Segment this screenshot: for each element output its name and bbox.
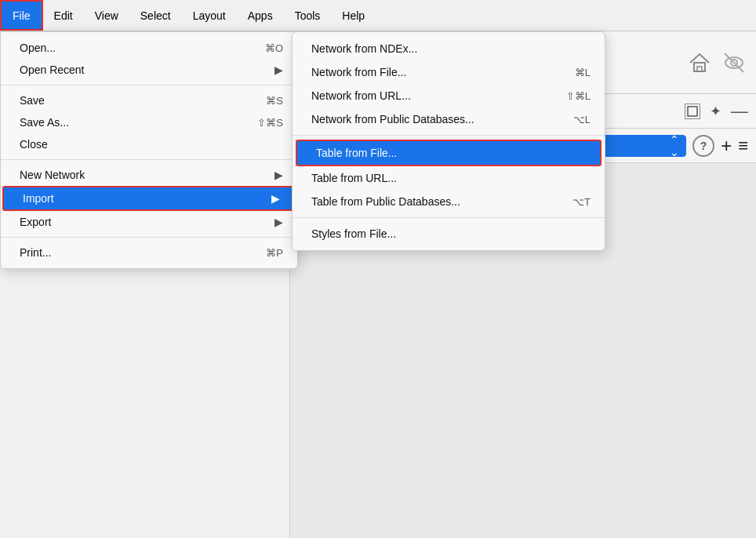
file-menu-dropdown: Open... ⌘O Open Recent ▶ Save ⌘S Save As… [0, 31, 298, 269]
menu-save-as-shortcut: ⇧⌘S [257, 117, 283, 129]
menu-print-shortcut: ⌘P [266, 247, 283, 259]
menu-tools-label: Tools [295, 9, 321, 22]
menu-open[interactable]: Open... ⌘O [1, 37, 297, 59]
menu-open-recent[interactable]: Open Recent ▶ [1, 59, 297, 81]
menu-import-arrow: ▶ [271, 192, 280, 205]
submenu-table-file[interactable]: Table from File... [296, 140, 602, 166]
submenu-network-url-label: Network from URL... [311, 89, 411, 102]
menu-close-label: Close [20, 138, 48, 151]
svg-line-16 [725, 53, 743, 72]
separator-1 [1, 85, 297, 85]
menu-layout-label: Layout [193, 9, 226, 22]
separator-2 [1, 159, 297, 160]
menu-save-shortcut: ⌘S [266, 95, 283, 107]
menu-apps-label: Apps [248, 9, 273, 22]
separator-3 [1, 237, 297, 238]
submenu-network-file-shortcut: ⌘L [575, 67, 591, 78]
menu-select[interactable]: Select [129, 0, 182, 31]
menu-edit[interactable]: Edit [43, 0, 84, 31]
menu-print[interactable]: Print... ⌘P [1, 242, 297, 264]
window-checkbox[interactable] [685, 104, 700, 119]
help-button[interactable]: ? [692, 135, 714, 157]
home-button[interactable] [685, 49, 714, 77]
submenu-network-public[interactable]: Network from Public Databases... ⌥L [293, 107, 605, 131]
menu-save-as[interactable]: Save As... ⇧⌘S [1, 111, 297, 133]
menubar: File Edit View Select Layout Apps Tools … [0, 0, 756, 31]
menu-edit-label: Edit [54, 9, 73, 22]
submenu-sep-2 [293, 217, 605, 218]
svg-rect-17 [688, 107, 697, 116]
submenu-table-public-label: Table from Public Databases... [311, 195, 460, 208]
submenu-styles-file[interactable]: Styles from File... [293, 222, 605, 245]
network-selector-arrow: ⌃⌄ [670, 133, 679, 158]
help-label: ? [700, 140, 707, 152]
menu-view[interactable]: View [84, 0, 129, 31]
submenu-network-public-label: Network from Public Databases... [311, 113, 474, 125]
menu-new-network-label: New Network [20, 169, 85, 181]
menu-close[interactable]: Close [1, 133, 297, 155]
menu-select-label: Select [140, 9, 171, 22]
menu-export-arrow: ▶ [274, 216, 283, 228]
submenu-table-public-shortcut: ⌥T [572, 196, 591, 208]
submenu-ndex-label: Network from NDEx... [311, 42, 417, 55]
submenu-table-file-label: Table from File... [316, 147, 397, 159]
menu-open-shortcut: ⌘O [265, 42, 283, 54]
menu-import[interactable]: Import ▶ [2, 186, 296, 211]
menu-tools[interactable]: Tools [284, 0, 332, 31]
menu-view-label: View [95, 9, 118, 22]
menu-print-label: Print... [20, 246, 51, 259]
menu-save-label: Save [20, 94, 45, 107]
submenu-network-url-shortcut: ⇧⌘L [566, 90, 591, 102]
menu-file[interactable]: File [0, 0, 43, 31]
menu-open-recent-label: Open Recent [20, 64, 85, 76]
menu-file-label: File [13, 9, 31, 22]
menu-open-label: Open... [20, 42, 56, 54]
menu-help-label: Help [342, 9, 365, 22]
submenu-table-url-label: Table from URL... [311, 172, 397, 184]
submenu-sep-1 [293, 135, 605, 136]
submenu-network-file-label: Network from File... [311, 66, 406, 78]
submenu-network-public-shortcut: ⌥L [573, 114, 591, 125]
submenu-network-file[interactable]: Network from File... ⌘L [293, 60, 605, 84]
submenu-table-url[interactable]: Table from URL... [293, 166, 605, 190]
import-submenu: Network from NDEx... Network from File..… [292, 31, 605, 251]
submenu-network-url[interactable]: Network from URL... ⇧⌘L [293, 84, 605, 107]
menu-save[interactable]: Save ⌘S [1, 89, 297, 111]
menu-help[interactable]: Help [331, 0, 376, 31]
menu-new-network[interactable]: New Network ▶ [1, 164, 297, 186]
add-network-button[interactable]: + [721, 135, 732, 157]
hamburger-menu-button[interactable]: ≡ [738, 136, 748, 156]
minimize-button[interactable]: — [731, 101, 748, 122]
menu-import-label: Import [23, 192, 54, 205]
pin-button[interactable]: ✦ [710, 103, 721, 120]
submenu-table-public[interactable]: Table from Public Databases... ⌥T [293, 190, 605, 213]
menu-open-recent-arrow: ▶ [274, 64, 283, 76]
menu-label: ≡ [738, 136, 748, 155]
menu-apps[interactable]: Apps [237, 0, 284, 31]
menu-export-label: Export [20, 216, 51, 228]
menu-layout[interactable]: Layout [182, 0, 237, 31]
menu-export[interactable]: Export ▶ [1, 211, 297, 233]
menu-new-network-arrow: ▶ [274, 169, 283, 181]
plus-label: + [721, 135, 732, 156]
eye-button[interactable] [720, 49, 748, 77]
submenu-network-ndex[interactable]: Network from NDEx... [293, 37, 605, 60]
menu-save-as-label: Save As... [20, 116, 69, 129]
submenu-styles-file-label: Styles from File... [311, 227, 396, 240]
